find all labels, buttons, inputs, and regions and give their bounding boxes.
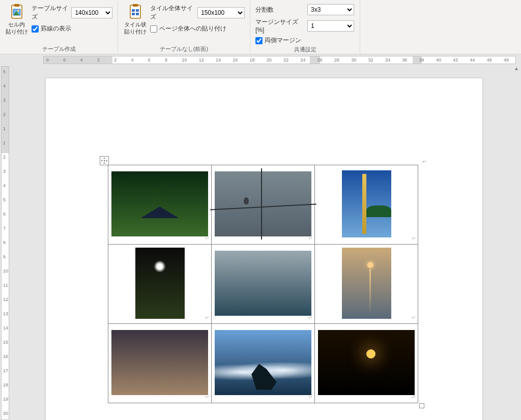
photo-thumb-ocean-rocks[interactable]	[215, 330, 311, 395]
document-area: ▴ ↵ ↵↵↵↵↵↵↵↵↵	[10, 65, 521, 420]
table-cell[interactable]: ↵	[212, 245, 315, 324]
svg-rect-7	[132, 9, 135, 12]
ruler-tick: 18	[3, 382, 8, 387]
table-cell[interactable]: ↵	[315, 165, 418, 245]
tile-size-select[interactable]: 150x100	[197, 7, 245, 18]
paste-in-cell-button[interactable]: セル内貼り付け	[5, 2, 28, 36]
ruler-tick: 12	[3, 297, 8, 302]
ruler-tick: 12	[199, 57, 204, 63]
table-cell[interactable]: ↵	[108, 324, 212, 403]
table-cell[interactable]: ↵	[212, 324, 315, 403]
paste-whole-page-checkbox[interactable]: ページ全体への貼り付け	[150, 24, 245, 33]
ruler-tick: 42	[453, 57, 458, 63]
table-cell[interactable]: ↵	[315, 245, 418, 324]
photo-thumb-coast-cliffs[interactable]	[215, 251, 311, 316]
ruler-tick: 5	[3, 197, 6, 202]
ruler-tick: 2	[97, 57, 100, 63]
ruler-tick: 20	[3, 411, 8, 416]
scroll-up-arrow-icon[interactable]: ▴	[513, 65, 520, 72]
page[interactable]: ↵ ↵↵↵↵↵↵↵↵↵	[46, 78, 482, 420]
photo-thumb-bird-wire[interactable]	[215, 171, 311, 236]
table-size-select[interactable]: 140x100	[71, 7, 112, 18]
ruler-tick: 1	[3, 140, 6, 145]
ruler-tick: 26	[317, 57, 323, 63]
ruler-tick: 40	[436, 57, 441, 63]
paragraph-mark-icon: ↵	[412, 394, 416, 400]
table-cell[interactable]: ↵	[315, 324, 418, 403]
svg-rect-10	[136, 13, 139, 15]
ruler-tick: 46	[487, 57, 492, 63]
ruler-tick: 7	[3, 226, 6, 231]
paragraph-mark-icon: ↵	[308, 394, 312, 400]
ruler-tick: 6	[148, 57, 151, 63]
table-resize-handle[interactable]	[419, 403, 424, 408]
vertical-ruler-area: 543211234567891011121314151617181920	[0, 65, 10, 420]
photo-thumb-forest-path[interactable]	[135, 248, 185, 319]
group-label-tile: テーブルなし(前面)	[123, 44, 245, 54]
paragraph-mark-icon: ↵	[412, 315, 416, 320]
ruler-tick: 3	[3, 169, 6, 174]
photo-grid-table[interactable]: ↵↵↵↵↵↵↵↵↵	[108, 165, 418, 403]
svg-rect-9	[132, 13, 135, 15]
paragraph-mark-icon: ↵	[422, 159, 426, 164]
ruler-tick: 5	[3, 69, 6, 74]
ruler-tick: 14	[216, 57, 221, 63]
ruler-tick: 48	[504, 57, 509, 63]
split-count-select[interactable]: 3x3	[307, 4, 354, 15]
ruler-tick: 24	[301, 57, 306, 63]
ruler-tick: 44	[470, 57, 475, 63]
svg-rect-6	[133, 4, 138, 7]
ruler-tick: 8	[165, 57, 167, 63]
svg-rect-8	[136, 9, 139, 12]
ruler-tick: 8	[46, 57, 49, 63]
photo-thumb-beach-sunset[interactable]	[342, 248, 391, 319]
ruler-tick: 4	[131, 57, 134, 63]
ruler-tick: 28	[334, 57, 339, 63]
ruler-tick: 9	[3, 254, 6, 259]
ruler-tick: 17	[3, 368, 8, 373]
ruler-tick: 20	[267, 57, 272, 63]
tile-size-label: タイル全体サイズ	[150, 4, 194, 21]
ruler-tick: 22	[283, 57, 288, 63]
ribbon-group-table: セル内貼り付け テーブルサイズ 140x100 罫線の表示 テーブル作成	[0, 0, 118, 54]
ruler-tick: 15	[3, 340, 8, 345]
paste-whole-page-input[interactable]	[150, 25, 157, 33]
ruler-tick: 36	[402, 57, 407, 63]
table-cell[interactable]: ↵	[212, 165, 315, 245]
ruler-tick: 2	[3, 155, 6, 160]
both-margin-checkbox[interactable]: 両側マージン	[255, 36, 354, 45]
show-rules-input[interactable]	[32, 25, 39, 33]
both-margin-input[interactable]	[255, 37, 263, 44]
ruler-tick: 32	[368, 57, 373, 63]
ruler-tick: 11	[3, 283, 8, 288]
photo-thumb-dusk-beach[interactable]	[111, 330, 208, 395]
ruler-tick: 10	[3, 268, 8, 274]
ruler-tick: 30	[351, 57, 356, 63]
horizontal-ruler-area: 8642246810121416182022242628303234363840…	[0, 54, 521, 65]
photo-thumb-trees-sky[interactable]	[111, 171, 208, 236]
ruler-tick: 3	[3, 98, 6, 103]
split-count-label: 分割数	[255, 6, 304, 14]
vertical-ruler[interactable]: 543211234567891011121314151617181920	[1, 66, 9, 420]
clipboard-image-icon	[8, 3, 25, 20]
ruler-tick: 19	[3, 397, 8, 402]
ruler-tick: 38	[419, 57, 424, 63]
ribbon: セル内貼り付け テーブルサイズ 140x100 罫線の表示 テーブル作成	[0, 0, 521, 54]
ruler-tick: 13	[3, 311, 8, 316]
photo-thumb-night-moon[interactable]	[318, 330, 415, 395]
ruler-tick: 4	[80, 57, 83, 63]
paragraph-mark-icon: ↵	[308, 235, 312, 241]
ruler-tick: 6	[63, 57, 66, 63]
table-cell[interactable]: ↵	[108, 165, 212, 245]
margin-size-select[interactable]: 1	[307, 20, 354, 32]
paste-tile-button[interactable]: タイル状貼り付け	[123, 2, 147, 36]
table-cell[interactable]: ↵	[108, 245, 212, 324]
svg-rect-1	[14, 4, 19, 7]
show-rules-checkbox[interactable]: 罫線の表示	[32, 24, 112, 33]
horizontal-ruler[interactable]: 8642246810121416182022242628303234363840…	[43, 56, 516, 64]
table-move-handle[interactable]	[100, 156, 109, 165]
group-label-common: 共通設定	[255, 45, 355, 55]
ruler-tick: 14	[3, 325, 8, 331]
paragraph-mark-icon: ↵	[205, 235, 209, 241]
photo-thumb-pole-coast[interactable]	[342, 170, 391, 237]
